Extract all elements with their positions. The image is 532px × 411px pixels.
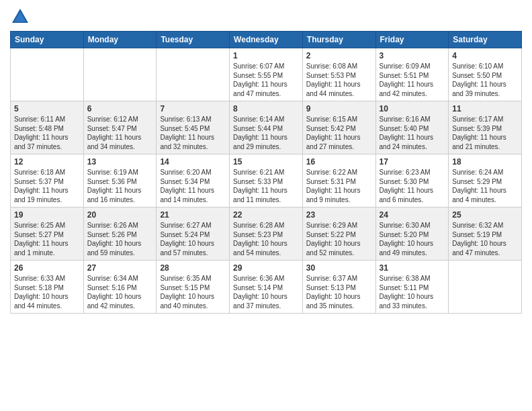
day-number: 13 [87, 157, 153, 167]
calendar-cell: 25Sunrise: 6:32 AMSunset: 5:19 PMDayligh… [449, 208, 522, 261]
calendar-cell: 26Sunrise: 6:33 AMSunset: 5:18 PMDayligh… [11, 261, 84, 314]
day-info: Sunrise: 6:15 AMSunset: 5:42 PMDaylight:… [306, 115, 372, 151]
day-info-line: Sunrise: 6:22 AM [306, 169, 357, 176]
day-info-line: Sunrise: 6:29 AM [306, 222, 357, 229]
day-info: Sunrise: 6:30 AMSunset: 5:20 PMDaylight:… [380, 221, 445, 257]
day-info-line: Sunset: 5:23 PM [233, 231, 283, 238]
calendar-cell: 17Sunrise: 6:23 AMSunset: 5:30 PMDayligh… [375, 154, 449, 208]
calendar-cell: 20Sunrise: 6:26 AMSunset: 5:26 PMDayligh… [83, 208, 157, 261]
day-number: 16 [306, 157, 372, 167]
day-number: 17 [380, 157, 445, 167]
day-info-line: Sunset: 5:36 PM [87, 178, 137, 185]
day-number: 8 [233, 104, 299, 113]
day-info-line: Daylight: 10 hours and 59 minutes. [87, 240, 142, 257]
day-number: 29 [233, 263, 299, 273]
day-info: Sunrise: 6:11 AMSunset: 5:48 PMDaylight:… [14, 115, 80, 151]
day-info-line: Sunset: 5:55 PM [233, 72, 283, 79]
day-of-week-header: Saturday [449, 32, 522, 48]
logo-icon [10, 7, 30, 27]
day-info: Sunrise: 6:24 AMSunset: 5:29 PMDaylight:… [452, 168, 518, 204]
day-info-line: Daylight: 11 hours and 44 minutes. [306, 81, 361, 97]
calendar-cell [83, 48, 157, 101]
day-of-week-header: Tuesday [157, 32, 230, 48]
day-number: 19 [14, 210, 80, 220]
day-number: 2 [306, 51, 372, 60]
day-info: Sunrise: 6:16 AMSunset: 5:40 PMDaylight:… [380, 115, 445, 151]
calendar-cell: 22Sunrise: 6:28 AMSunset: 5:23 PMDayligh… [230, 208, 303, 261]
day-info-line: Daylight: 11 hours and 19 minutes. [14, 187, 69, 203]
day-info-line: Daylight: 10 hours and 33 minutes. [380, 293, 434, 310]
day-info-line: Sunset: 5:50 PM [452, 72, 502, 79]
calendar-header-row: SundayMondayTuesdayWednesdayThursdayFrid… [11, 32, 522, 48]
day-info-line: Sunrise: 6:12 AM [87, 116, 138, 123]
day-info-line: Daylight: 11 hours and 34 minutes. [87, 134, 142, 150]
day-info-line: Sunrise: 6:21 AM [233, 169, 284, 176]
calendar-cell [449, 261, 522, 314]
day-info-line: Sunrise: 6:20 AM [160, 169, 211, 176]
day-info-line: Sunset: 5:33 PM [233, 178, 283, 185]
day-number: 21 [160, 210, 226, 220]
day-info: Sunrise: 6:09 AMSunset: 5:51 PMDaylight:… [380, 62, 445, 98]
calendar-cell: 8Sunrise: 6:14 AMSunset: 5:44 PMDaylight… [230, 101, 303, 154]
calendar-cell: 28Sunrise: 6:35 AMSunset: 5:15 PMDayligh… [157, 261, 230, 314]
day-number: 15 [233, 157, 299, 167]
day-info: Sunrise: 6:33 AMSunset: 5:18 PMDaylight:… [14, 274, 80, 310]
day-info: Sunrise: 6:35 AMSunset: 5:15 PMDaylight:… [160, 274, 226, 310]
day-number: 30 [306, 263, 372, 273]
day-info: Sunrise: 6:07 AMSunset: 5:55 PMDaylight:… [233, 62, 299, 98]
calendar-cell: 3Sunrise: 6:09 AMSunset: 5:51 PMDaylight… [375, 48, 449, 101]
day-info: Sunrise: 6:32 AMSunset: 5:19 PMDaylight:… [452, 221, 518, 257]
calendar-cell: 4Sunrise: 6:10 AMSunset: 5:50 PMDaylight… [449, 48, 522, 101]
calendar-cell: 5Sunrise: 6:11 AMSunset: 5:48 PMDaylight… [11, 101, 84, 154]
day-info-line: Sunrise: 6:26 AM [87, 222, 138, 229]
day-info-line: Sunrise: 6:33 AM [14, 275, 65, 282]
day-info-line: Sunrise: 6:17 AM [452, 116, 503, 123]
day-of-week-header: Thursday [302, 32, 375, 48]
day-info-line: Daylight: 10 hours and 49 minutes. [380, 240, 434, 257]
day-info-line: Daylight: 11 hours and 9 minutes. [306, 187, 361, 203]
day-number: 14 [160, 157, 226, 167]
day-info-line: Daylight: 10 hours and 57 minutes. [160, 240, 214, 257]
day-info-line: Daylight: 11 hours and 39 minutes. [452, 81, 506, 97]
day-info-line: Sunset: 5:47 PM [87, 125, 137, 132]
day-info-line: Sunset: 5:11 PM [380, 284, 429, 291]
day-info-line: Sunrise: 6:19 AM [87, 169, 138, 176]
day-info-line: Daylight: 11 hours and 11 minutes. [233, 187, 287, 203]
calendar-week-row: 1Sunrise: 6:07 AMSunset: 5:55 PMDaylight… [11, 48, 522, 101]
calendar-cell: 19Sunrise: 6:25 AMSunset: 5:27 PMDayligh… [11, 208, 84, 261]
day-info: Sunrise: 6:26 AMSunset: 5:26 PMDaylight:… [87, 221, 153, 257]
day-info-line: Sunset: 5:44 PM [233, 125, 283, 132]
day-info: Sunrise: 6:19 AMSunset: 5:36 PMDaylight:… [87, 168, 153, 204]
day-of-week-header: Monday [83, 32, 157, 48]
day-info-line: Daylight: 10 hours and 37 minutes. [233, 293, 287, 310]
day-info-line: Sunrise: 6:27 AM [160, 222, 211, 229]
calendar-cell: 15Sunrise: 6:21 AMSunset: 5:33 PMDayligh… [230, 154, 303, 208]
day-number: 3 [380, 51, 445, 60]
day-info-line: Sunrise: 6:09 AM [380, 62, 431, 70]
day-info: Sunrise: 6:14 AMSunset: 5:44 PMDaylight:… [233, 115, 299, 151]
day-info-line: Sunrise: 6:37 AM [306, 275, 357, 282]
day-info-line: Daylight: 11 hours and 47 minutes. [233, 81, 287, 97]
day-number: 28 [160, 263, 226, 273]
day-info: Sunrise: 6:25 AMSunset: 5:27 PMDaylight:… [14, 221, 80, 257]
day-info: Sunrise: 6:27 AMSunset: 5:24 PMDaylight:… [160, 221, 226, 257]
day-info: Sunrise: 6:10 AMSunset: 5:50 PMDaylight:… [452, 62, 518, 98]
day-info-line: Daylight: 11 hours and 21 minutes. [452, 134, 506, 150]
day-info: Sunrise: 6:18 AMSunset: 5:37 PMDaylight:… [14, 168, 80, 204]
day-number: 10 [380, 104, 445, 113]
day-info: Sunrise: 6:28 AMSunset: 5:23 PMDaylight:… [233, 221, 299, 257]
calendar-week-row: 26Sunrise: 6:33 AMSunset: 5:18 PMDayligh… [11, 261, 522, 314]
day-info-line: Sunset: 5:20 PM [380, 231, 429, 238]
day-info: Sunrise: 6:12 AMSunset: 5:47 PMDaylight:… [87, 115, 153, 151]
day-info-line: Sunset: 5:13 PM [306, 284, 356, 291]
day-info: Sunrise: 6:13 AMSunset: 5:45 PMDaylight:… [160, 115, 226, 151]
day-number: 18 [452, 157, 518, 167]
day-info-line: Sunset: 5:48 PM [14, 125, 64, 132]
day-number: 4 [452, 51, 518, 60]
day-info-line: Daylight: 10 hours and 35 minutes. [306, 293, 361, 310]
day-info-line: Daylight: 11 hours and 1 minute. [14, 240, 69, 257]
calendar-cell: 2Sunrise: 6:08 AMSunset: 5:53 PMDaylight… [302, 48, 375, 101]
day-info-line: Sunrise: 6:13 AM [160, 116, 211, 123]
day-info-line: Sunset: 5:34 PM [160, 178, 210, 185]
day-info-line: Sunset: 5:14 PM [233, 284, 283, 291]
